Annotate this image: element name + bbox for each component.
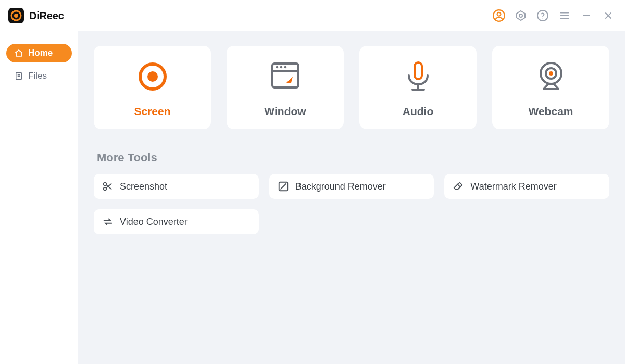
tool-label: Background Remover [295, 181, 386, 192]
screen-icon [134, 57, 171, 96]
tool-label: Video Converter [120, 217, 188, 228]
mode-card-label: Screen [134, 105, 170, 118]
svg-line-36 [280, 184, 286, 190]
sidebar-item-label: Files [28, 71, 47, 81]
mode-card-webcam[interactable]: Webcam [492, 46, 609, 129]
svg-point-23 [280, 66, 282, 69]
svg-line-37 [458, 184, 461, 187]
mode-card-label: Window [264, 105, 306, 118]
svg-point-30 [549, 71, 553, 76]
mode-card-label: Webcam [529, 105, 573, 118]
mode-card-screen[interactable]: Screen [94, 46, 211, 129]
files-icon [14, 71, 24, 81]
titlebar: DiReec [0, 0, 625, 31]
svg-point-19 [147, 71, 158, 82]
help-icon[interactable] [535, 8, 550, 23]
svg-point-8 [542, 18, 543, 18]
mode-card-audio[interactable]: Audio [359, 46, 477, 129]
main-panel: Screen Window [78, 31, 625, 364]
tool-label: Screenshot [120, 181, 167, 192]
home-icon [14, 48, 24, 58]
titlebar-actions [492, 8, 616, 23]
svg-point-6 [519, 14, 522, 17]
svg-point-4 [497, 12, 501, 16]
close-icon[interactable] [601, 8, 616, 23]
sidebar: Home Files [0, 31, 78, 364]
sidebar-item-home[interactable]: Home [6, 44, 72, 62]
settings-icon[interactable] [514, 8, 528, 23]
more-tools-heading: More Tools [97, 151, 609, 165]
tool-video-converter[interactable]: Video Converter [94, 209, 259, 234]
window-icon [267, 57, 304, 96]
svg-point-22 [276, 66, 278, 69]
app-name: DiReec [29, 10, 64, 22]
convert-icon [102, 216, 114, 228]
minimize-icon[interactable] [579, 8, 594, 23]
mode-card-label: Audio [403, 105, 433, 118]
tool-label: Watermark Remover [470, 181, 556, 192]
scissors-icon [102, 181, 114, 192]
record-mode-grid: Screen Window [94, 46, 609, 129]
menu-icon[interactable] [557, 8, 572, 23]
audio-icon [399, 57, 437, 96]
svg-point-24 [284, 66, 286, 69]
webcam-icon [532, 57, 570, 96]
eraser-icon [453, 181, 464, 192]
sidebar-item-label: Home [28, 48, 53, 58]
tool-background-remover[interactable]: Background Remover [269, 174, 434, 199]
svg-marker-5 [517, 11, 525, 20]
tool-screenshot[interactable]: Screenshot [94, 174, 259, 199]
background-remover-icon [278, 181, 289, 192]
sidebar-item-files[interactable]: Files [6, 67, 72, 85]
mode-card-window[interactable]: Window [227, 46, 344, 129]
tool-watermark-remover[interactable]: Watermark Remover [444, 174, 609, 199]
svg-rect-25 [415, 62, 422, 79]
svg-point-2 [14, 14, 18, 18]
account-icon[interactable] [492, 8, 506, 23]
app-logo [8, 8, 24, 23]
more-tools-grid: Screenshot Background Remover Watermark … [94, 174, 609, 234]
